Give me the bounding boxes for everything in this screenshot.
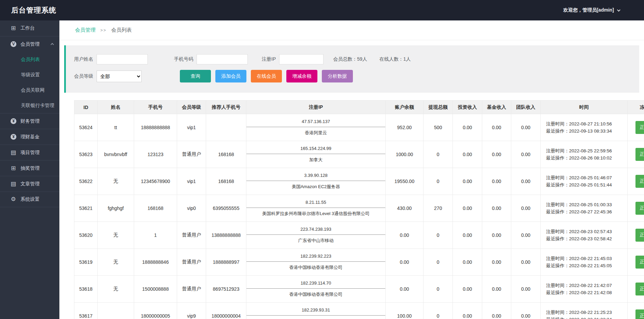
sidebar-item-project-management[interactable]: ▤项目管理 — [0, 145, 59, 160]
status-button[interactable]: 正常 — [635, 202, 644, 215]
app-title: 后台管理系统 — [11, 5, 56, 15]
username-input[interactable] — [97, 54, 148, 64]
cell-level: vip9 — [177, 303, 206, 319]
cell-fund-income: 0.00 — [482, 249, 511, 276]
cell-level: vip1 — [177, 114, 206, 141]
breadcrumb-current: 会员列表 — [111, 27, 132, 33]
table-row: 53622无12345678900vip11681683.39.90.128美国… — [74, 168, 644, 195]
sidebar-item-lottery-management[interactable]: ⊞抽奖管理 — [0, 160, 59, 176]
cell-freeze-status: 正常 — [628, 168, 644, 195]
cell-team-income: 0.00 — [511, 114, 541, 141]
sidebar-item-member-network[interactable]: 会员关联网 — [0, 82, 59, 98]
cell-phone: 1 — [134, 222, 177, 249]
column-header-9: 基金收入 — [482, 101, 511, 114]
register-time: 注册时间：2022-08-27 21:10:56 — [546, 121, 627, 127]
cell-level: 普通用户 — [177, 141, 206, 168]
analyze-data-button[interactable]: 分析数据 — [322, 70, 353, 82]
last-operation-time: 最近操作：2022-08-22 21:42:08 — [546, 290, 627, 296]
cell-account-balance: 100.00 — [386, 303, 424, 319]
cell-withdraw-total: 500 — [424, 114, 453, 141]
cell-time: 注册时间：2022-08-25 01:46:07最近操作：2022-08-25 … — [541, 168, 628, 195]
cell-level: 普通用户 — [177, 249, 206, 276]
register-time: 注册时间：2022-08-22 21:42:07 — [546, 283, 627, 289]
sidebar-item-level-settings[interactable]: 等级设置 — [0, 67, 59, 82]
top-header: 后台管理系统 欢迎您，管理员[admin] — [0, 0, 644, 20]
sidebar-item-label: 系统设置 — [20, 196, 54, 202]
cell-account-balance: 1000.00 — [386, 141, 424, 168]
cell-time: 注册时间：2022-08-22 21:45:03最近操作：2022-08-22 … — [541, 249, 628, 276]
adjust-balance-button[interactable]: 增减余额 — [286, 70, 317, 82]
sidebar-item-bank-card-management[interactable]: 关联银行卡管理 — [0, 98, 59, 113]
sidebar-item-workbench[interactable]: ⊞工作台 — [0, 20, 59, 36]
cell-time: 注册时间：2022-08-23 02:57:43最近操作：2022-08-23 … — [541, 222, 628, 249]
cell-id: 53619 — [74, 249, 98, 276]
cell-name: fghghgf — [98, 195, 134, 222]
main-content: 会员管理 >> 会员列表 用户姓名 手机号码 注册IP 会员总数：59人 在线人… — [59, 20, 644, 319]
register-ip-label: 注册IP — [262, 56, 276, 62]
welcome-text: 欢迎您，管理员[admin] — [563, 7, 614, 13]
user-menu[interactable]: 欢迎您，管理员[admin] — [563, 7, 619, 13]
phone-input[interactable] — [197, 54, 248, 64]
cell-freeze-status: 正常 — [628, 141, 644, 168]
cell-withdraw-total: 0 — [424, 276, 453, 303]
cell-invest-income: 0.00 — [453, 249, 482, 276]
cell-time: 注册时间：2022-08-27 21:10:56最近操作：2022-09-13 … — [541, 114, 628, 141]
cell-invest-income: 0.00 — [453, 141, 482, 168]
breadcrumb: 会员管理 >> 会员列表 — [59, 20, 644, 40]
status-button[interactable]: 正常 — [635, 148, 644, 161]
sidebar-item-member-management[interactable]: V会员管理 — [0, 36, 59, 52]
cell-team-income: 0.00 — [511, 195, 541, 222]
status-button[interactable]: 正常 — [635, 309, 644, 319]
cell-register-ip: 165.154.224.99加拿大 — [246, 141, 386, 168]
status-button[interactable]: 正常 — [635, 283, 644, 295]
cell-register-ip: 8.21.11.55美国科罗拉多州布隆菲尔德市Level 3通信股份有限公司 — [246, 195, 386, 222]
sidebar-item-fund-management[interactable]: ¥理财基金 — [0, 129, 59, 145]
cell-name: 无 — [98, 276, 134, 303]
cell-withdraw-total: 0 — [424, 222, 453, 249]
cell-register-ip: 223.74.238.193广东省中山市移动 — [246, 222, 386, 249]
sidebar-item-label: 财务管理 — [20, 118, 54, 124]
status-button[interactable]: 正常 — [635, 256, 644, 269]
cell-team-income: 0.00 — [511, 168, 541, 195]
sidebar-item-label: 抽奖管理 — [20, 165, 54, 171]
cell-fund-income: 0.00 — [482, 168, 511, 195]
online-members-button[interactable]: 在线会员 — [251, 70, 282, 82]
online-members-stat: 在线人数：1人 — [380, 56, 411, 62]
status-button[interactable]: 正常 — [635, 121, 644, 134]
cell-name: 无 — [98, 249, 134, 276]
cell-fund-income: 0.00 — [482, 276, 511, 303]
cell-withdraw-total: 270 — [424, 195, 453, 222]
sidebar-item-finance-management[interactable]: ¥财务管理 — [0, 113, 59, 129]
sidebar-item-system-settings[interactable]: ⚙系统设置 — [0, 192, 59, 207]
cell-phone: 168168 — [134, 195, 177, 222]
add-member-button[interactable]: 添加会员 — [215, 70, 246, 82]
content-area: 用户姓名 手机号码 注册IP 会员总数：59人 在线人数：1人 会员等级 全部 — [59, 40, 644, 319]
status-button[interactable]: 正常 — [635, 229, 644, 242]
cell-phone: 18888888888 — [134, 114, 177, 141]
cell-phone: 12345678900 — [134, 168, 177, 195]
search-button[interactable]: 查询 — [180, 70, 211, 82]
sidebar-item-label: 项目管理 — [20, 150, 54, 156]
table-header-row: ID姓名手机号会员等级推荐人手机号注册IP账户余额提现总额投资收入基金收入团队收… — [74, 101, 644, 114]
table-row: 53624tt18888888888vip147.57.136.137香港阿里云… — [74, 114, 644, 141]
cell-id: 53623 — [74, 141, 98, 168]
last-operation-time: 最近操作：2022-09-13 08:33:34 — [546, 128, 627, 134]
cell-withdraw-total: 0 — [424, 168, 453, 195]
sidebar-item-article-management[interactable]: ▤文章管理 — [0, 176, 59, 192]
last-operation-time: 最近操作：2022-08-22 21:23:24 — [546, 317, 627, 319]
cell-register-ip: 182.239.93.31香港中国移动香港有限公司 — [246, 303, 386, 319]
sidebar-item-member-list[interactable]: 会员列表 — [0, 52, 59, 67]
register-ip-input[interactable] — [279, 54, 324, 64]
table-row: 53623bvnvbnvbff123123普通用户168168165.154.2… — [74, 141, 644, 168]
member-level-select[interactable]: 全部 — [97, 71, 142, 82]
cell-id: 53621 — [74, 195, 98, 222]
cell-withdraw-total: 0 — [424, 249, 453, 276]
breadcrumb-separator: >> — [100, 28, 106, 33]
last-operation-time: 最近操作：2022-08-26 08:10:02 — [546, 155, 627, 161]
ip-address: 3.39.90.128 — [246, 170, 385, 181]
breadcrumb-parent-link[interactable]: 会员管理 — [75, 27, 96, 33]
cell-invest-income: 0.00 — [453, 276, 482, 303]
register-time: 注册时间：2022-08-25 01:46:07 — [546, 175, 627, 181]
status-button[interactable]: 正常 — [635, 175, 644, 188]
register-time: 注册时间：2022-08-22 21:45:03 — [546, 256, 627, 262]
